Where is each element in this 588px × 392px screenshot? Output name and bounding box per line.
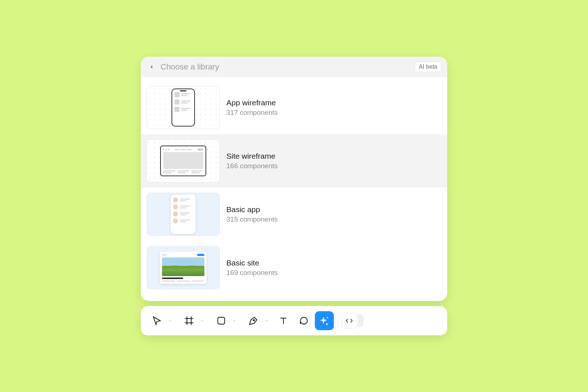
tool-group-pen	[242, 310, 272, 331]
library-item-site-wireframe[interactable]: Site wireframe 166 components	[141, 134, 447, 188]
toolbar-divider	[338, 313, 338, 329]
panel-header: AI beta	[141, 57, 447, 77]
chevron-down-icon	[168, 319, 172, 323]
ai-beta-badge: AI beta	[415, 62, 441, 72]
svg-point-5	[253, 320, 255, 321]
shape-tool-button[interactable]	[212, 311, 231, 330]
library-thumbnail	[147, 193, 220, 236]
code-icon	[345, 317, 353, 325]
cursor-icon	[152, 316, 162, 326]
library-item-title: Site wireframe	[226, 152, 278, 161]
move-tool-button[interactable]	[147, 311, 166, 330]
text-tool-button[interactable]	[274, 311, 293, 330]
library-list: App wireframe 317 components Site wiref	[141, 77, 447, 301]
text-icon	[278, 316, 289, 326]
phone-app-icon	[171, 195, 196, 234]
library-item-app-wireframe[interactable]: App wireframe 317 components	[141, 81, 447, 134]
library-item-text: Basic app 315 components	[226, 205, 278, 223]
back-button[interactable]	[147, 62, 157, 72]
sparkle-icon	[319, 316, 329, 326]
tool-group-frame	[177, 310, 208, 331]
svg-rect-4	[218, 317, 225, 324]
dev-mode-toggle-handle[interactable]	[358, 314, 363, 327]
library-thumbnail	[147, 139, 220, 182]
shape-tool-chevron[interactable]	[231, 311, 238, 330]
chevron-left-icon	[149, 64, 154, 69]
library-picker-panel: AI beta App wireframe 317 components	[141, 57, 447, 301]
library-item-title: Basic site	[226, 259, 278, 267]
library-item-title: Basic app	[226, 205, 278, 214]
tool-group-move	[145, 310, 176, 331]
frame-tool-chevron[interactable]	[199, 311, 206, 330]
browser-site-icon	[160, 252, 207, 284]
dev-mode-button[interactable]	[342, 313, 357, 328]
library-item-subtitle: 166 components	[226, 162, 278, 170]
library-item-subtitle: 169 components	[226, 269, 278, 277]
chevron-down-icon	[265, 319, 268, 323]
pen-tool-button[interactable]	[244, 311, 263, 330]
chevron-down-icon	[200, 319, 204, 323]
toolbar	[141, 306, 447, 335]
library-item-basic-app[interactable]: Basic app 315 components	[141, 188, 447, 241]
tool-group-shape	[210, 310, 240, 331]
comment-tool-button[interactable]	[294, 311, 313, 330]
library-search-input[interactable]	[161, 62, 411, 72]
comment-icon	[299, 316, 309, 326]
library-item-text: Basic site 169 components	[226, 259, 278, 277]
phone-wireframe-icon	[172, 88, 195, 127]
browser-wireframe-icon	[160, 146, 206, 176]
library-item-text: App wireframe 317 components	[226, 98, 278, 117]
library-thumbnail	[147, 246, 220, 289]
frame-icon	[184, 316, 194, 326]
rectangle-icon	[216, 316, 226, 326]
library-item-text: Site wireframe 166 components	[226, 152, 278, 170]
library-item-subtitle: 317 components	[226, 109, 278, 117]
pen-icon	[248, 316, 259, 326]
library-item-basic-site[interactable]: Basic site 169 components	[141, 241, 447, 294]
frame-tool-button[interactable]	[180, 311, 199, 330]
chevron-down-icon	[233, 319, 236, 323]
pen-tool-chevron[interactable]	[263, 311, 270, 330]
svg-point-8	[327, 317, 328, 318]
library-item-title: App wireframe	[226, 98, 278, 107]
move-tool-chevron[interactable]	[166, 311, 174, 330]
ai-tool-button[interactable]	[315, 311, 334, 330]
library-thumbnail	[147, 86, 220, 129]
library-item-subtitle: 315 components	[226, 215, 278, 223]
